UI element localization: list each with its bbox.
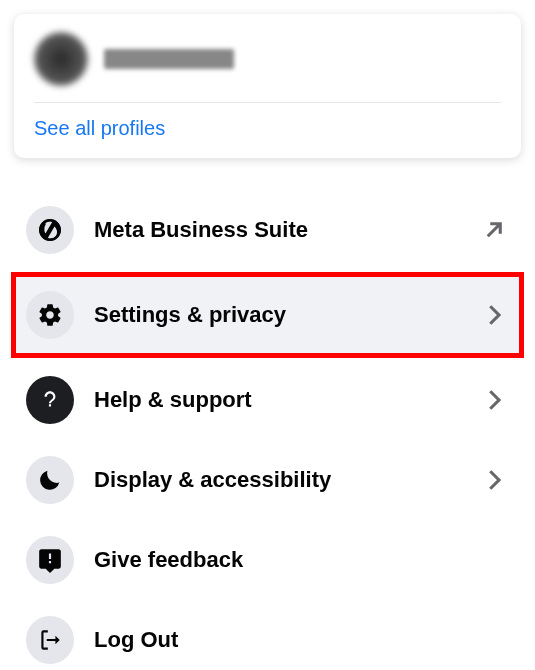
feedback-icon (26, 536, 74, 584)
menu-item-display-accessibility[interactable]: Display & accessibility (16, 444, 519, 516)
chevron-right-icon (479, 385, 509, 415)
menu-item-help-support[interactable]: Help & support (16, 364, 519, 436)
menu-item-label: Meta Business Suite (94, 217, 479, 243)
menu-item-label: Display & accessibility (94, 467, 479, 493)
gear-icon (26, 291, 74, 339)
moon-icon (26, 456, 74, 504)
account-menu: Meta Business Suite Settings & privacy H… (14, 194, 521, 670)
menu-item-label: Log Out (94, 627, 509, 653)
see-all-profiles-link[interactable]: See all profiles (34, 117, 501, 140)
logout-icon (26, 616, 74, 664)
profile-name (104, 49, 234, 69)
meta-business-icon (26, 206, 74, 254)
menu-item-label: Help & support (94, 387, 479, 413)
menu-item-meta-business[interactable]: Meta Business Suite (16, 194, 519, 266)
menu-item-give-feedback[interactable]: Give feedback (16, 524, 519, 596)
chevron-right-icon (479, 300, 509, 330)
avatar (34, 32, 88, 86)
menu-item-label: Give feedback (94, 547, 509, 573)
profile-card: See all profiles (14, 14, 521, 158)
profile-row[interactable] (34, 32, 501, 103)
menu-item-label: Settings & privacy (94, 302, 479, 328)
chevron-right-icon (479, 465, 509, 495)
question-icon (26, 376, 74, 424)
menu-item-settings-privacy[interactable]: Settings & privacy (11, 272, 524, 358)
menu-item-log-out[interactable]: Log Out (16, 604, 519, 670)
external-link-icon (479, 215, 509, 245)
